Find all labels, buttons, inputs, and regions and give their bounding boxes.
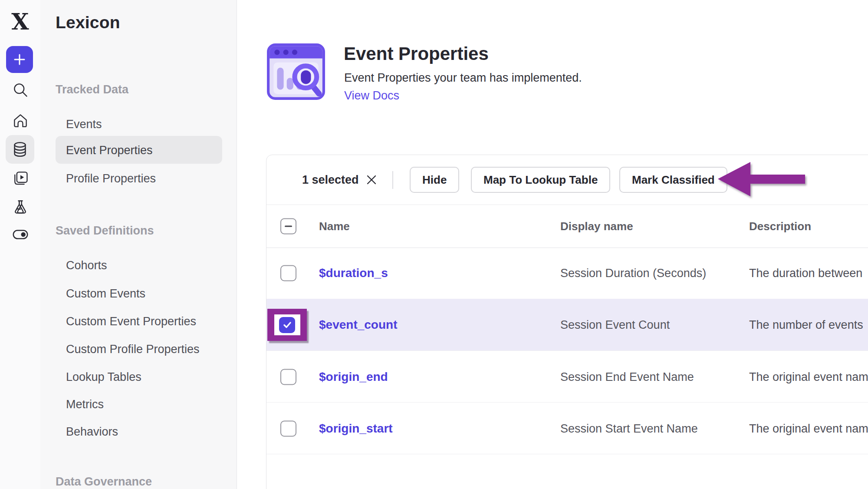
property-name-link[interactable]: $origin_end bbox=[319, 370, 388, 384]
hide-button[interactable]: Hide bbox=[410, 167, 459, 193]
table-row[interactable]: $duration_s Session Duration (Seconds) T… bbox=[266, 247, 868, 299]
row-checkbox[interactable] bbox=[280, 420, 296, 436]
sidebar-item-custom-profile-properties[interactable]: Custom Profile Properties bbox=[66, 343, 200, 356]
section-data-governance: Data Governance bbox=[56, 475, 152, 489]
page-subtitle: Event Properties your team has implement… bbox=[344, 71, 582, 85]
table-row[interactable]: $origin_start Session Start Event Name T… bbox=[266, 402, 868, 454]
sidebar-item-profile-properties[interactable]: Profile Properties bbox=[66, 172, 156, 185]
event-properties-icon bbox=[265, 41, 327, 104]
column-header-display-name[interactable]: Display name bbox=[560, 220, 633, 233]
x-close-icon bbox=[366, 174, 377, 185]
row-checkbox[interactable] bbox=[280, 369, 296, 385]
section-saved-definitions: Saved Definitions bbox=[56, 224, 154, 238]
boards-icon bbox=[12, 169, 29, 187]
property-name-link[interactable]: $origin_start bbox=[319, 422, 393, 436]
search-icon bbox=[12, 81, 29, 99]
description-cell: The original event nam bbox=[749, 370, 868, 383]
toolbar-divider bbox=[392, 171, 393, 189]
property-name-link[interactable]: $duration_s bbox=[319, 266, 388, 280]
rail-feature-flags-button[interactable] bbox=[0, 226, 40, 243]
mixpanel-logo[interactable]: X bbox=[0, 10, 40, 34]
description-cell: The duration between bbox=[749, 266, 868, 280]
table-header: Name Display name Description bbox=[266, 205, 868, 248]
table-row[interactable]: $origin_end Session End Event Name The o… bbox=[266, 350, 868, 403]
toggle-icon bbox=[11, 225, 30, 244]
display-name-cell: Session Start Event Name bbox=[560, 422, 698, 435]
view-docs-link[interactable]: View Docs bbox=[344, 89, 399, 102]
arrow-left-icon bbox=[716, 159, 808, 200]
database-icon bbox=[11, 140, 29, 159]
table-row-selected[interactable]: $event_count Session Event Count The num… bbox=[266, 299, 868, 350]
display-name-cell: Session Duration (Seconds) bbox=[560, 266, 706, 280]
display-name-cell: Session End Event Name bbox=[560, 370, 694, 383]
rail-data-management-button[interactable] bbox=[6, 135, 34, 164]
sidebar-item-events[interactable]: Events bbox=[66, 118, 102, 131]
annotation-highlight-inner bbox=[274, 314, 300, 335]
sidebar-item-label: Event Properties bbox=[66, 144, 153, 157]
flask-icon bbox=[12, 198, 29, 216]
clear-selection-button[interactable] bbox=[366, 174, 377, 185]
annotation-arrow bbox=[716, 159, 808, 202]
column-header-name[interactable]: Name bbox=[319, 220, 350, 233]
indeterminate-minus-icon bbox=[285, 226, 292, 227]
icon-rail: X bbox=[0, 0, 41, 489]
map-to-lookup-table-button[interactable]: Map To Lookup Table bbox=[471, 167, 610, 193]
display-name-cell: Session Event Count bbox=[560, 318, 670, 331]
plus-icon bbox=[12, 52, 27, 67]
mark-classified-button[interactable]: Mark Classified bbox=[619, 167, 727, 193]
description-cell: The original event nam bbox=[749, 422, 868, 435]
sidebar-item-metrics[interactable]: Metrics bbox=[66, 398, 104, 411]
table-row-empty bbox=[266, 454, 868, 489]
property-name-link[interactable]: $event_count bbox=[319, 318, 398, 332]
checkmark-icon bbox=[282, 320, 293, 330]
selection-count: 1 selected bbox=[302, 173, 359, 187]
page-title: Event Properties bbox=[344, 43, 489, 64]
column-header-description[interactable]: Description bbox=[749, 220, 811, 233]
row-checkbox[interactable] bbox=[280, 265, 296, 281]
sidebar-item-cohorts[interactable]: Cohorts bbox=[66, 259, 107, 272]
home-icon bbox=[12, 112, 29, 129]
sidebar-title: Lexicon bbox=[56, 13, 120, 32]
select-all-checkbox[interactable] bbox=[280, 218, 296, 235]
event-properties-table-card: 1 selected Hide Map To Lookup Table Mark… bbox=[266, 155, 868, 489]
sidebar-item-behaviors[interactable]: Behaviors bbox=[66, 425, 118, 439]
sidebar-item-custom-events[interactable]: Custom Events bbox=[66, 287, 145, 301]
sidebar-item-lookup-tables[interactable]: Lookup Tables bbox=[66, 370, 141, 384]
create-button[interactable] bbox=[6, 46, 33, 73]
lexicon-sidebar: Lexicon Tracked Data Events Event Proper… bbox=[40, 0, 237, 489]
description-cell: The number of events bbox=[749, 318, 868, 331]
section-tracked-data: Tracked Data bbox=[56, 83, 128, 96]
rail-boards-button[interactable] bbox=[0, 169, 40, 188]
rail-search-button[interactable] bbox=[0, 80, 40, 99]
lexicon-app: X bbox=[0, 0, 868, 489]
event-count-checkbox[interactable] bbox=[279, 317, 295, 333]
mixpanel-logo-icon: X bbox=[11, 10, 29, 33]
rail-experiments-button[interactable] bbox=[0, 198, 40, 217]
annotation-highlight-box bbox=[267, 309, 307, 341]
sidebar-item-custom-event-properties[interactable]: Custom Event Properties bbox=[66, 315, 196, 328]
sidebar-item-event-properties[interactable]: Event Properties bbox=[56, 136, 222, 164]
rail-home-button[interactable] bbox=[0, 111, 40, 130]
